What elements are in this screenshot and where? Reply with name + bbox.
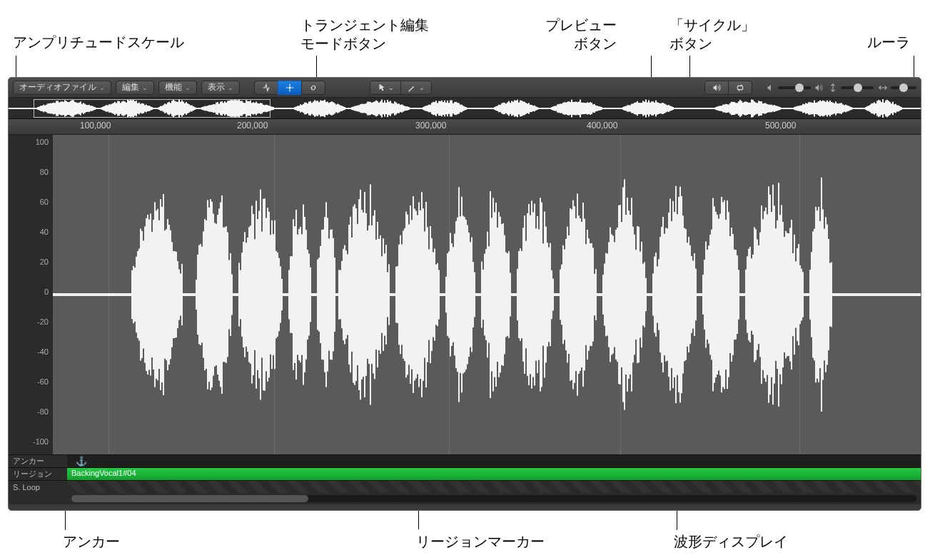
svg-rect-985 <box>542 243 544 345</box>
anchor-track[interactable]: ⚓ <box>67 455 921 467</box>
svg-rect-253 <box>367 102 368 116</box>
svg-rect-411 <box>592 104 594 113</box>
ruler[interactable]: 100,000 200,000 300,000 400,000 500,000 <box>9 119 921 135</box>
svg-rect-538 <box>774 105 775 112</box>
svg-rect-614 <box>882 99 884 118</box>
svg-rect-1116 <box>729 236 731 353</box>
svg-rect-623 <box>895 104 896 113</box>
svg-rect-269 <box>390 101 391 116</box>
svg-rect-1187 <box>831 263 832 327</box>
functions-menu[interactable]: 機能⌄ <box>158 81 197 95</box>
slider-thumb[interactable] <box>854 83 862 92</box>
vertical-zoom-slider[interactable] <box>828 83 874 93</box>
svg-rect-627 <box>901 107 902 110</box>
slider-track[interactable] <box>841 86 874 89</box>
pencil-tool[interactable]: ⌄ <box>400 81 432 95</box>
svg-rect-722 <box>167 219 168 370</box>
svg-rect-1239 <box>905 293 906 296</box>
svg-rect-1065 <box>657 266 658 322</box>
svg-rect-791 <box>266 218 267 372</box>
svg-rect-1216 <box>872 293 874 296</box>
svg-rect-1072 <box>667 228 668 360</box>
scrollbar-track[interactable] <box>71 495 916 502</box>
svg-rect-1213 <box>868 293 869 296</box>
svg-rect-482 <box>694 108 695 109</box>
svg-rect-363 <box>524 102 525 116</box>
svg-rect-194 <box>283 108 284 109</box>
svg-rect-550 <box>791 108 792 109</box>
transient-edit-button[interactable] <box>254 81 278 95</box>
wave-zone[interactable] <box>53 135 921 454</box>
svg-rect-51 <box>79 103 80 115</box>
svg-rect-438 <box>631 104 632 113</box>
svg-rect-971 <box>522 228 524 362</box>
svg-rect-53 <box>81 104 83 113</box>
flex-button[interactable] <box>278 81 302 95</box>
svg-rect-1005 <box>571 209 572 380</box>
svg-rect-510 <box>734 102 735 115</box>
view-menu[interactable]: 表示⌄ <box>201 81 240 95</box>
svg-rect-1160 <box>792 253 794 336</box>
volume-slider[interactable] <box>765 83 824 93</box>
svg-rect-805 <box>285 293 287 296</box>
edit-menu[interactable]: 編集⌄ <box>116 81 154 95</box>
pointer-tool[interactable]: ⌄ <box>370 81 401 95</box>
svg-rect-839 <box>334 258 335 332</box>
svg-rect-343 <box>495 106 497 111</box>
svg-rect-792 <box>267 208 268 382</box>
slider-track[interactable] <box>891 86 916 89</box>
svg-rect-606 <box>871 103 872 113</box>
svg-rect-662 <box>81 293 83 296</box>
svg-rect-285 <box>413 108 414 109</box>
svg-rect-1129 <box>748 249 749 341</box>
region-marker[interactable]: BackingVocal1#04 <box>67 468 921 480</box>
svg-rect-1234 <box>898 293 899 296</box>
svg-rect-764 <box>227 233 228 357</box>
svg-rect-479 <box>689 108 691 109</box>
svg-rect-532 <box>765 103 767 114</box>
svg-rect-1243 <box>911 293 912 296</box>
svg-rect-560 <box>805 103 807 113</box>
audio-file-menu[interactable]: オーディオファイル⌄ <box>13 81 111 95</box>
slider-thumb[interactable] <box>795 83 804 92</box>
svg-rect-448 <box>645 99 647 117</box>
slider-track[interactable] <box>778 86 811 89</box>
svg-rect-313 <box>453 103 454 114</box>
svg-rect-1003 <box>568 235 570 354</box>
svg-rect-358 <box>517 100 518 118</box>
svg-rect-629 <box>904 108 905 109</box>
horizontal-zoom-slider[interactable] <box>878 83 916 93</box>
svg-rect-70 <box>106 105 107 112</box>
svg-rect-595 <box>855 108 856 109</box>
waveform-display[interactable]: 100 80 60 40 20 0 -20 -40 -60 -80 -100 <box>9 135 921 454</box>
overview-waveform[interactable] <box>9 98 921 119</box>
svg-rect-487 <box>701 108 702 109</box>
svg-rect-778 <box>247 238 248 352</box>
svg-rect-275 <box>398 103 400 113</box>
svg-rect-1009 <box>577 193 578 395</box>
cycle-button[interactable] <box>728 81 752 95</box>
preview-button[interactable] <box>704 81 729 95</box>
svg-rect-591 <box>849 106 851 110</box>
region-label: リージョン <box>9 468 67 480</box>
link-button[interactable] <box>301 81 325 95</box>
svg-rect-1183 <box>825 217 827 372</box>
svg-rect-890 <box>407 215 408 375</box>
svg-rect-575 <box>827 101 828 117</box>
svg-rect-210 <box>305 103 307 114</box>
svg-rect-1189 <box>834 293 835 296</box>
anchor-icon[interactable]: ⚓ <box>76 456 87 467</box>
loop-track[interactable] <box>67 481 921 493</box>
callout-region-marker: リージョンマーカー <box>416 532 545 551</box>
svg-rect-206 <box>300 104 301 113</box>
svg-rect-110 <box>163 105 164 112</box>
svg-rect-9 <box>19 108 20 109</box>
horizontal-scrollbar[interactable] <box>9 493 921 504</box>
svg-rect-132 <box>194 107 196 110</box>
scrollbar-thumb[interactable] <box>71 495 308 502</box>
svg-rect-1047 <box>631 198 632 391</box>
svg-rect-967 <box>517 269 518 320</box>
svg-rect-1200 <box>849 293 851 296</box>
svg-rect-712 <box>153 220 154 370</box>
slider-thumb[interactable] <box>899 83 908 92</box>
